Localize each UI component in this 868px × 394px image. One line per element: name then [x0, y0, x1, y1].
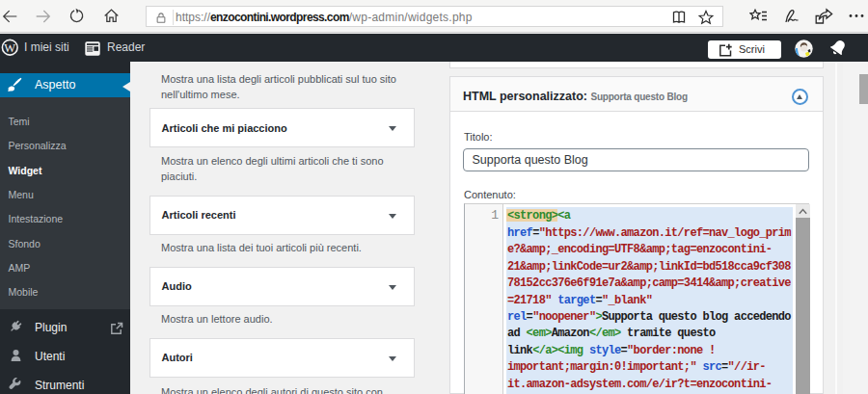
svg-text:W: W	[4, 40, 15, 54]
